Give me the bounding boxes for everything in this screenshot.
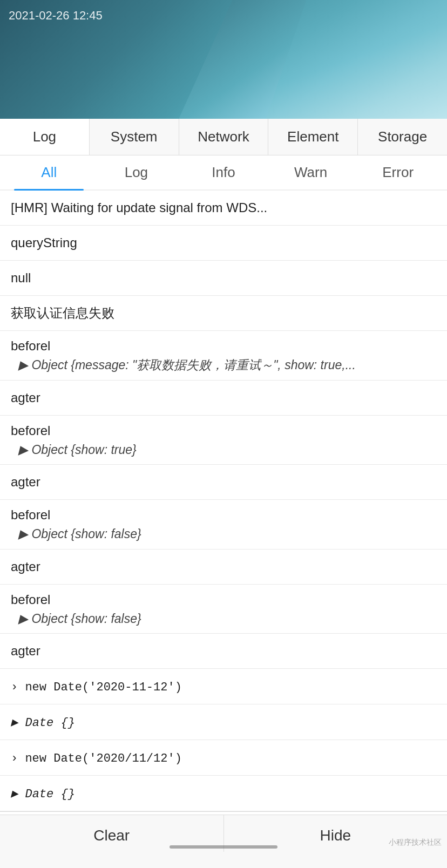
- watermark: 小程序技术社区: [389, 838, 442, 847]
- log-entry-15: › new Date('2020/11/12'): [0, 740, 447, 776]
- log-entry-12: agter: [0, 634, 447, 669]
- log-entry-2: queryString: [0, 226, 447, 261]
- bottom-bar-wrapper: Clear Hide 小程序技术社区: [0, 815, 447, 868]
- log-entry-7[interactable]: beforel ▶ Object {show: true}: [0, 416, 447, 465]
- filter-log[interactable]: Log: [93, 155, 180, 189]
- log-entry-10: agter: [0, 550, 447, 585]
- header-banner: 2021-02-26 12:45: [0, 0, 447, 119]
- filter-info[interactable]: Info: [180, 155, 267, 189]
- main-tab-bar: Log System Network Element Storage: [0, 119, 447, 155]
- log-entry-5[interactable]: beforel ▶ Object {message: "获取数据失败，请重试～"…: [0, 331, 447, 381]
- bottom-bar: Clear Hide 小程序技术社区: [0, 815, 447, 852]
- log-container: [HMR] Waiting for update signal from WDS…: [0, 191, 447, 849]
- log-entry-8: agter: [0, 465, 447, 500]
- tab-log[interactable]: Log: [0, 119, 90, 155]
- tab-storage[interactable]: Storage: [358, 119, 447, 155]
- log-entry-14[interactable]: ▶ Date {}: [0, 704, 447, 740]
- tab-system[interactable]: System: [90, 119, 179, 155]
- filter-all[interactable]: All: [5, 155, 93, 189]
- home-indicator: [170, 845, 277, 849]
- filter-tab-bar: All Log Info Warn Error: [0, 155, 447, 191]
- log-entry-11[interactable]: beforel ▶ Object {show: false}: [0, 585, 447, 634]
- log-entry-13: › new Date('2020-11-12'): [0, 669, 447, 704]
- log-entry-16[interactable]: ▶ Date {}: [0, 776, 447, 811]
- timestamp: 2021-02-26 12:45: [9, 9, 103, 23]
- log-entry-9[interactable]: beforel ▶ Object {show: false}: [0, 500, 447, 550]
- log-entry-4: 获取认证信息失败: [0, 296, 447, 331]
- tab-element[interactable]: Element: [268, 119, 358, 155]
- log-entry-3: null: [0, 261, 447, 296]
- tab-network[interactable]: Network: [179, 119, 269, 155]
- log-entry-1: [HMR] Waiting for update signal from WDS…: [0, 191, 447, 226]
- log-entry-6: agter: [0, 381, 447, 416]
- filter-warn[interactable]: Warn: [267, 155, 355, 189]
- filter-error[interactable]: Error: [354, 155, 442, 189]
